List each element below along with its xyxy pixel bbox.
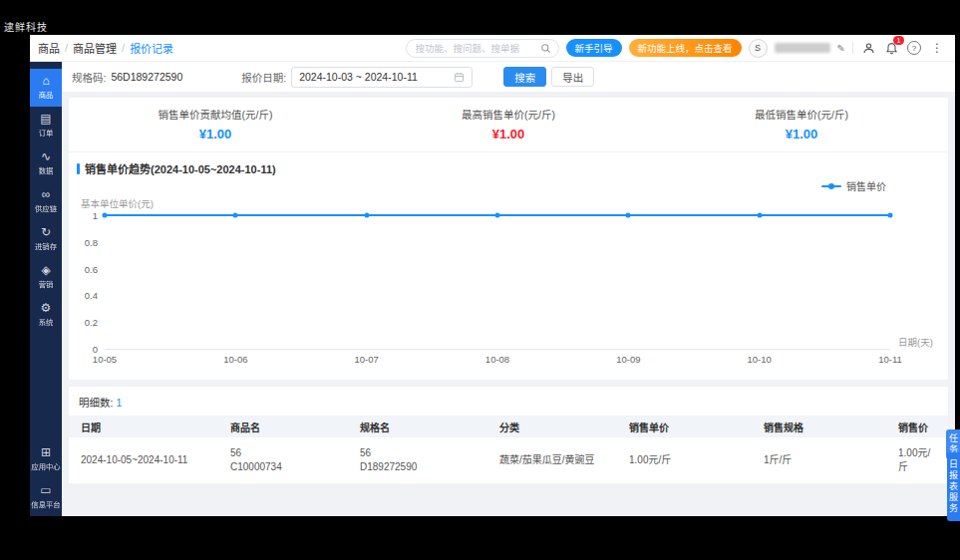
plot-outer: 日期(天) 00.20.40.60.81 10-0510-0610-0710-0… [105,215,890,368]
orders-icon: ▤ [40,113,51,125]
stats-row: 销售单价贡献均值(元/斤)¥1.00最高销售单价(元/斤)¥1.00最低销售单价… [69,98,948,152]
breadcrumb-separator: / [122,42,125,54]
y-axis-label: 基本单位单价(元) [69,194,948,215]
data-point[interactable] [757,213,762,218]
x-tick: 10-08 [485,354,509,365]
detail-table: 日期商品名规格名分类销售单价销售规格销售价 2024-10-05~2024-10… [69,416,948,484]
notification-icon[interactable]: 1 [883,40,899,56]
inventory-icon: ↻ [41,226,51,238]
table-cell: 2024-10-05~2024-10-11 [81,453,230,468]
date-range-input[interactable]: 2024-10-03 ~ 2024-10-11 [291,67,473,88]
filter-bar: 规格码: 56D189272590 报价日期: 2024-10-03 ~ 202… [62,62,955,93]
table-cell: 56C10000734 [230,446,360,475]
breadcrumb-item-goods-manage[interactable]: 商品管理 [73,40,117,56]
sidebar-item-inventory[interactable]: ↻进销存 [30,220,62,258]
x-tick: 10-05 [93,354,117,365]
breadcrumb-separator: / [65,42,68,54]
sidebar-item-system[interactable]: ⚙系统 [30,296,62,334]
daily-report-button[interactable]: 日报表服务 [947,452,960,521]
y-tick: 1 [93,210,98,221]
more-icon[interactable]: ⋮ [929,40,945,56]
table-cell: 1斤/斤 [764,453,898,468]
help-icon[interactable]: ? [906,40,922,56]
data-point[interactable] [233,213,238,218]
supply-chain-icon: ∞ [42,188,51,200]
chart-legend[interactable]: 销售单价 [69,177,948,194]
avatar[interactable]: S [749,39,768,58]
table-cell: 1.00元/斤 [629,453,764,468]
sidebar-item-label: 信息平台 [31,498,60,508]
data-point[interactable] [626,213,631,218]
spec-code-label: 规格码: [72,70,106,85]
sidebar-item-label: 系统 [39,316,54,326]
series-line [105,215,890,349]
marketing-icon: ◈ [41,264,50,276]
sidebar-item-label: 营销 [39,278,54,288]
breadcrumb-item-goods[interactable]: 商品 [38,40,60,56]
legend-label: 销售单价 [846,178,886,193]
brand-logo: 逮鲜科技 [4,19,48,34]
breadcrumb: 商品 / 商品管理 / 报价记录 [38,40,173,56]
app-center-icon: ⊞ [41,446,51,458]
notification-badge: 1 [893,36,904,45]
stat-label: 销售单价贡献均值(元/斤) [69,107,362,122]
table-row[interactable]: 2024-10-05~2024-10-1156C1000073456D18927… [69,437,948,484]
detail-count-label: 明细数: [79,397,113,409]
sidebar-item-goods[interactable]: ⌂商品 [30,69,62,107]
spec-code-value: 56D189272590 [111,71,182,83]
breadcrumb-item-quote-record: 报价记录 [130,40,173,56]
stat-value: ¥1.00 [655,127,948,141]
sidebar-item-app-center[interactable]: ⊞应用中心 [30,440,62,478]
edit-icon[interactable]: ✎ [837,43,845,54]
search-button[interactable]: 搜索 [503,67,546,87]
sidebar-item-label: 商品 [39,89,54,99]
search-input[interactable] [414,42,529,55]
content: 销售单价贡献均值(元/斤)¥1.00最高销售单价(元/斤)¥1.00最低销售单价… [62,93,955,516]
y-tick: 0.6 [85,263,98,274]
y-tick: 0 [93,344,98,355]
guide-button[interactable]: 新手引导 [566,39,622,57]
stat-label: 最高销售单价(元/斤) [362,107,655,122]
table-cell: 56D189272590 [360,446,499,475]
info-platform-icon: ▭ [40,484,51,496]
column-header: 商品名 [230,420,360,434]
sidebar-item-supply-chain[interactable]: ∞供应链 [30,182,62,220]
sidebar-item-label: 应用中心 [31,460,60,470]
y-tick: 0.8 [85,236,98,247]
promo-button[interactable]: 新功能上线，点击查看 [629,39,742,57]
data-icon: ∿ [41,150,51,162]
calendar-icon [454,72,465,83]
contacts-icon[interactable] [860,40,876,56]
data-point[interactable] [364,213,369,218]
x-tick: 10-07 [355,354,379,365]
data-point[interactable] [495,213,500,218]
date-range-value: 2024-10-03 ~ 2024-10-11 [299,71,418,83]
sidebar: ⌂商品▤订单∿数据∞供应链↻进销存◈营销⚙系统⊞应用中心▭信息平台 [30,62,62,516]
sidebar-item-label: 订单 [39,127,54,137]
sidebar-item-label: 供应链 [35,202,57,212]
sidebar-item-data[interactable]: ∿数据 [30,144,62,182]
goods-icon: ⌂ [42,75,49,87]
sidebar-spacer [30,334,62,440]
export-button[interactable]: 导出 [551,67,594,87]
global-search[interactable] [406,39,559,58]
search-icon[interactable] [540,43,551,54]
app-window: 商品 / 商品管理 / 报价记录 新手引导 新功能上线，点击查看 S ✎ 1 [30,35,955,516]
stat-value: ¥1.00 [69,127,362,141]
chart-title-row: 销售单价趋势(2024-10-05~2024-10-11) [69,152,948,177]
data-point[interactable] [888,213,893,218]
username-blurred [775,43,830,53]
chart-title: 销售单价趋势(2024-10-05~2024-10-11) [85,160,276,176]
main-area: 规格码: 56D189272590 报价日期: 2024-10-03 ~ 202… [62,62,955,516]
sidebar-item-orders[interactable]: ▤订单 [30,107,62,144]
data-point[interactable] [103,213,108,218]
table-header-row: 日期商品名规格名分类销售单价销售规格销售价 [69,416,948,437]
table-card: 明细数:1 日期商品名规格名分类销售单价销售规格销售价 2024-10-05~2… [69,387,948,484]
sidebar-item-info-platform[interactable]: ▭信息平台 [30,478,62,516]
x-tick: 10-11 [878,354,902,365]
chart-card: 销售单价贡献均值(元/斤)¥1.00最高销售单价(元/斤)¥1.00最低销售单价… [69,98,948,380]
y-tick: 0.2 [85,317,98,328]
sidebar-item-marketing[interactable]: ◈营销 [30,258,62,296]
x-axis: 10-0510-0610-0710-0810-0910-1010-11 [105,353,890,368]
legend-line-icon [821,185,841,187]
